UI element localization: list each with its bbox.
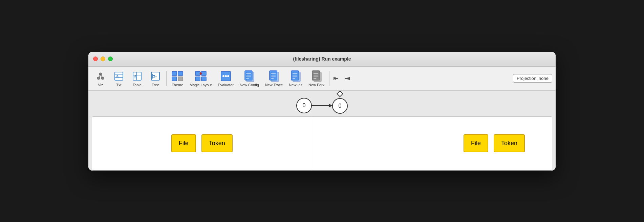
- viz-icon: [94, 70, 107, 82]
- minimize-button[interactable]: [101, 57, 105, 61]
- viz-button[interactable]: Viz: [92, 69, 109, 88]
- projection-badge[interactable]: Projection: none: [513, 74, 552, 83]
- application-window: (filesharing) Run example Viz A: [88, 52, 556, 171]
- svg-text:A: A: [116, 74, 119, 79]
- txt-label: Txt: [116, 83, 121, 87]
- new-fork-button[interactable]: New Fork: [306, 69, 327, 88]
- theme-label: Theme: [172, 83, 183, 87]
- right-token-box: Token: [494, 134, 525, 152]
- svg-rect-24: [195, 77, 200, 81]
- new-trace-button[interactable]: New Trace: [262, 69, 286, 88]
- new-init-button[interactable]: New Init: [286, 69, 305, 88]
- right-node-label: 0: [339, 103, 342, 109]
- evaluator-icon: [220, 70, 232, 82]
- svg-rect-23: [195, 71, 200, 75]
- main-area: 0 0 File: [88, 91, 556, 171]
- new-trace-label: New Trace: [265, 83, 283, 87]
- traffic-lights: [93, 57, 113, 61]
- evaluator-label: Evaluator: [218, 83, 233, 87]
- left-state-node: 0: [296, 98, 312, 113]
- table-button[interactable]: A Table: [128, 69, 146, 88]
- left-token-box: Token: [201, 134, 233, 152]
- theme-icon: [171, 70, 184, 82]
- svg-point-30: [222, 75, 224, 77]
- svg-rect-21: [178, 71, 183, 75]
- new-trace-icon: [268, 70, 280, 82]
- magic-layout-label: Magic Layout: [190, 83, 212, 87]
- tree-button[interactable]: Tree: [147, 69, 164, 88]
- evaluator-button[interactable]: Evaluator: [215, 69, 236, 88]
- magic-layout-button[interactable]: Magic Layout: [187, 69, 214, 88]
- new-fork-label: New Fork: [308, 83, 324, 87]
- svg-point-31: [225, 75, 227, 77]
- svg-rect-22: [178, 77, 183, 81]
- tree-icon: [149, 70, 162, 82]
- separator-1: [166, 71, 167, 86]
- toolbar: Viz A Txt A: [88, 67, 556, 91]
- txt-button[interactable]: A Txt: [110, 69, 128, 88]
- svg-rect-44: [271, 72, 279, 82]
- svg-rect-20: [172, 77, 177, 81]
- svg-point-32: [227, 75, 229, 77]
- diagram-area: 0 0: [296, 94, 348, 116]
- txt-icon: A: [113, 70, 125, 82]
- right-file-box: File: [464, 134, 488, 152]
- magic-layout-icon: [195, 70, 207, 82]
- svg-rect-56: [314, 72, 321, 82]
- nav-back-button[interactable]: [331, 74, 341, 83]
- new-config-label: New Config: [240, 83, 259, 87]
- separator-2: [329, 71, 329, 86]
- content-panel: File Token File Token: [92, 116, 552, 171]
- new-fork-icon: [310, 70, 323, 82]
- left-node-label: 0: [303, 103, 306, 109]
- svg-rect-19: [172, 71, 177, 75]
- svg-rect-26: [201, 77, 206, 81]
- nav-arrows: [331, 74, 352, 83]
- window-title: (filesharing) Run example: [293, 56, 351, 62]
- right-state-node: 0: [332, 98, 348, 114]
- nav-forward-button[interactable]: [342, 74, 352, 83]
- new-init-icon: [289, 70, 302, 82]
- theme-button[interactable]: Theme: [169, 69, 186, 88]
- new-config-icon: [243, 70, 255, 82]
- svg-rect-50: [293, 72, 300, 82]
- svg-rect-38: [246, 72, 254, 82]
- left-panel: File Token: [92, 117, 312, 170]
- tree-label: Tree: [152, 83, 159, 87]
- table-icon: A: [131, 70, 143, 82]
- svg-rect-25: [201, 71, 206, 75]
- titlebar: (filesharing) Run example: [88, 52, 556, 67]
- right-panel: File Token: [312, 117, 552, 170]
- new-init-label: New Init: [289, 83, 302, 87]
- close-button[interactable]: [93, 57, 98, 61]
- new-config-button[interactable]: New Config: [237, 69, 262, 88]
- table-label: Table: [133, 83, 142, 87]
- left-file-box: File: [171, 134, 196, 152]
- viz-label: Viz: [98, 83, 103, 87]
- maximize-button[interactable]: [108, 57, 113, 61]
